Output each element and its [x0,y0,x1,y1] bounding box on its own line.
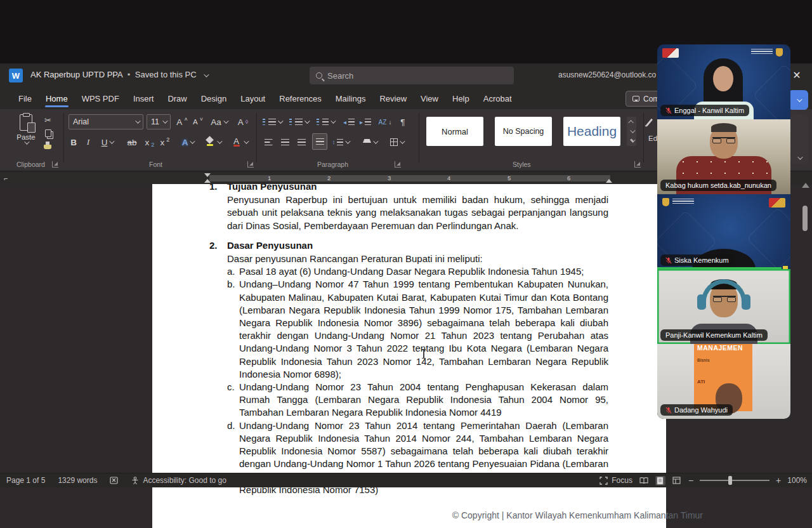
participant-tile-kabag-hukum[interactable]: Kabag hukum setda.kab_nunukan [657,119,790,194]
document-title[interactable]: AK Raperbup UPTD PPA • Saved to this PC [30,70,207,79]
align-right-button[interactable] [296,135,307,150]
grow-font-button[interactable]: A˄ [176,114,188,129]
zoom-percentage[interactable]: 100% [787,476,807,485]
styles-gallery-scroll[interactable] [627,117,636,146]
close-overlay-button[interactable]: ✕ [790,69,803,81]
clipboard-dialog-launcher[interactable] [52,161,58,168]
web-layout-button[interactable] [672,476,682,485]
font-color-button[interactable]: A [228,135,250,150]
increase-indent-button[interactable]: ▸ [359,114,372,129]
subscript-button[interactable]: x2 [143,135,156,150]
style-no-spacing-label: No Spacing [503,127,544,136]
right-indent-marker[interactable] [606,179,612,183]
tab-help[interactable]: Help [445,89,476,109]
focus-mode-button[interactable]: Focus [599,476,632,485]
tab-draw[interactable]: Draw [160,89,193,109]
participant-tile-dadang[interactable]: MANAJEMEN Bisnis ATI Dadang Wahyudi [657,344,790,419]
copy-icon [45,129,51,137]
italic-button[interactable]: I [84,135,93,150]
tab-view[interactable]: View [414,89,445,109]
change-case-button[interactable]: Aa [209,114,228,129]
styles-dialog-launcher[interactable] [634,161,641,168]
font-size-select[interactable]: 11 [147,114,171,129]
paste-button[interactable]: Paste [11,114,41,156]
bullet-lines-icon [268,119,276,125]
show-formatting-button[interactable]: ¶ [397,114,409,129]
cut-button[interactable]: ✂ [44,116,51,125]
meeting-overlay[interactable]: Enggal - Kanwil Kaltim Kabag hukum setda… [657,44,790,419]
shading-button[interactable] [359,135,381,150]
tab-review[interactable]: Review [372,89,414,109]
horizontal-ruler[interactable]: ⌐ 1 2 3 4 5 6 [0,173,666,184]
tab-layout[interactable]: Layout [233,89,272,109]
borders-button[interactable] [386,135,407,150]
word-app-icon[interactable]: W [9,69,23,82]
account-email[interactable]: asusnew250624@outlook.co [558,70,656,79]
zoom-in-button[interactable]: + [776,475,781,485]
zoom-out-button[interactable]: − [688,475,693,485]
tab-insert[interactable]: Insert [126,89,161,109]
superscript-button[interactable]: x2 [159,135,171,150]
title-chevron-down-icon[interactable] [204,72,209,77]
first-line-indent-marker[interactable] [204,173,211,177]
font-dialog-launcher[interactable] [247,161,254,168]
multilevel-list-button[interactable] [316,114,335,129]
backdrop-pattern [753,64,790,119]
decrease-indent-button[interactable]: ◂ [343,114,355,129]
highlight-color-button[interactable] [202,135,223,150]
justify-button[interactable] [312,133,327,150]
clear-formatting-button[interactable]: A◊ [236,114,250,129]
collapsed-panel[interactable] [790,114,808,164]
bold-button[interactable]: B [69,135,79,150]
page-text[interactable]: 1. Tujuan Penyusunan Penyusunan Raperbup… [227,184,608,496]
tab-mailings[interactable]: Mailings [329,89,373,109]
proofing-errors-button[interactable] [103,477,125,485]
share-options-button[interactable] [789,90,808,110]
focus-label: Focus [612,476,632,485]
style-heading[interactable]: Heading [563,117,620,146]
search-input[interactable]: Search [310,67,514,84]
zoom-slider-thumb[interactable] [728,476,732,485]
font-name-select[interactable]: Arial [69,114,143,129]
participant-tile-panji[interactable]: Panji-Kanwil Kemenkum Kaltim [657,269,790,344]
ruler-number: 2 [327,175,331,182]
tab-design[interactable]: Design [194,89,233,109]
tab-wps-pdf[interactable]: WPS PDF [75,89,126,109]
numbered-list-button[interactable] [289,114,308,129]
align-left-button[interactable] [263,135,274,150]
underline-button[interactable]: U [98,135,117,150]
sort-button[interactable]: AZ↓ [377,114,393,129]
superscript-small: 2 [166,136,169,143]
hanging-indent-marker[interactable] [204,179,211,183]
styles-scroll-down-icon [630,128,635,133]
tab-acrobat[interactable]: Acrobat [476,89,519,109]
participant-tile-enggal[interactable]: Enggal - Kanwil Kaltim [657,44,790,119]
style-normal[interactable]: Normal [426,117,483,146]
tab-home[interactable]: Home [39,89,75,109]
participant-video [713,66,733,91]
text-effects-button[interactable]: A [178,135,198,150]
page-count[interactable]: Page 1 of 5 [0,476,51,485]
grow-caret: ˄ [184,116,187,122]
copy-button[interactable] [45,129,51,137]
word-count[interactable]: 1329 words [51,476,103,485]
style-no-spacing[interactable]: No Spacing [495,117,552,146]
bullet-list-button[interactable] [263,114,282,129]
zoom-slider[interactable] [700,480,769,481]
tab-selector[interactable]: ⌐ [2,174,10,182]
strikethrough-button[interactable]: ab [124,135,140,150]
accessibility-status[interactable]: Accessibility: Good to go [125,476,232,485]
paragraph-dialog-launcher[interactable] [395,161,401,168]
line-spacing-arrows: ↕ [332,139,336,145]
format-painter-button[interactable] [44,145,51,149]
scrollbar-up-arrow[interactable] [802,183,809,188]
line-spacing-button[interactable]: ↕ [331,135,350,150]
print-layout-button[interactable] [655,476,665,485]
align-center-button[interactable] [279,135,291,150]
tab-file[interactable]: File [11,89,39,109]
tab-references[interactable]: References [272,89,328,109]
participant-tile-siska[interactable]: Siska Kemenkum [657,194,790,269]
scrollbar-thumb[interactable] [802,206,808,231]
shrink-font-button[interactable]: A˅ [192,114,204,129]
read-mode-button[interactable] [639,476,649,485]
